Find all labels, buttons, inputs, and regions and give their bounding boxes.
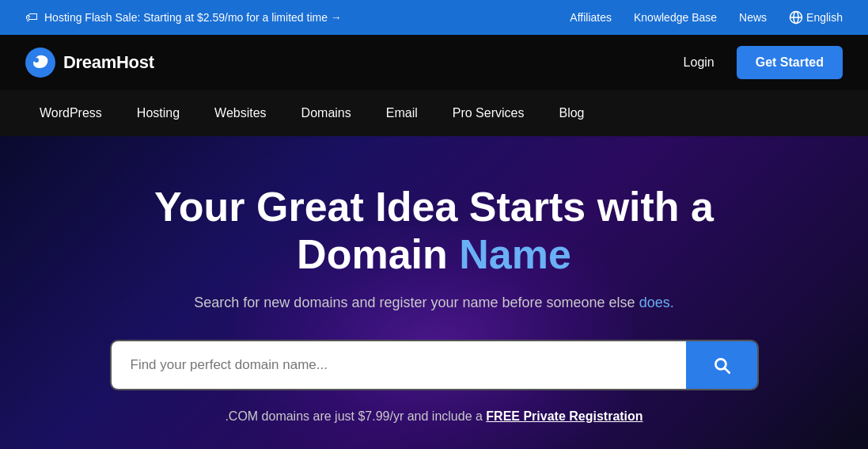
banner-sale[interactable]: 🏷 Hosting Flash Sale: Starting at $2.59/… [25, 10, 342, 25]
nav-actions: Login Get Started [674, 46, 843, 79]
affiliates-link[interactable]: Affiliates [570, 11, 612, 24]
hero-subtitle-main: Search for new domains and register your… [194, 295, 639, 310]
logo[interactable]: DreamHost [25, 48, 154, 78]
hero-title-highlight: Name [459, 231, 571, 277]
hero-note: .COM domains are just $7.99/yr and inclu… [225, 409, 642, 424]
login-button[interactable]: Login [674, 49, 724, 76]
news-link[interactable]: News [739, 11, 767, 24]
tag-icon: 🏷 [25, 10, 38, 25]
language-label: English [806, 11, 843, 24]
nav-item-pro-services[interactable]: Pro Services [438, 98, 539, 128]
knowledge-base-link[interactable]: Knowledge Base [634, 11, 717, 24]
banner-sale-text: Hosting Flash Sale: Starting at $2.59/mo… [44, 11, 342, 24]
nav-item-email[interactable]: Email [372, 98, 432, 128]
domain-search-bar [110, 340, 759, 390]
hero-subtitle-highlight: does. [639, 295, 674, 310]
dreamhost-logo-icon [25, 48, 55, 78]
free-registration-link[interactable]: FREE Private Registration [486, 409, 642, 423]
language-selector[interactable]: English [789, 10, 843, 25]
hero-note-text: .COM domains are just $7.99/yr and inclu… [225, 409, 486, 423]
nav-item-wordpress[interactable]: WordPress [25, 98, 116, 128]
hero-title-main: Your Great Idea Starts with a Domain [154, 184, 714, 277]
domain-search-button[interactable] [686, 341, 757, 389]
domain-search-input[interactable] [112, 341, 686, 389]
get-started-button[interactable]: Get Started [737, 46, 843, 79]
globe-icon [789, 10, 803, 25]
top-banner: 🏷 Hosting Flash Sale: Starting at $2.59/… [0, 0, 868, 35]
banner-links: Affiliates Knowledge Base News English [570, 10, 843, 25]
svg-point-4 [34, 58, 39, 63]
nav-item-domains[interactable]: Domains [287, 98, 366, 128]
search-icon [711, 355, 732, 375]
hero-section: Your Great Idea Starts with a Domain Nam… [0, 136, 868, 449]
logo-text: DreamHost [63, 52, 154, 73]
main-nav: DreamHost Login Get Started [0, 35, 868, 90]
sub-nav: WordPress Hosting Websites Domains Email… [0, 90, 868, 136]
hero-subtitle: Search for new domains and register your… [194, 295, 673, 311]
nav-item-hosting[interactable]: Hosting [123, 98, 194, 128]
nav-item-websites[interactable]: Websites [200, 98, 281, 128]
hero-title: Your Great Idea Starts with a Domain Nam… [110, 184, 759, 279]
nav-item-blog[interactable]: Blog [544, 98, 598, 128]
